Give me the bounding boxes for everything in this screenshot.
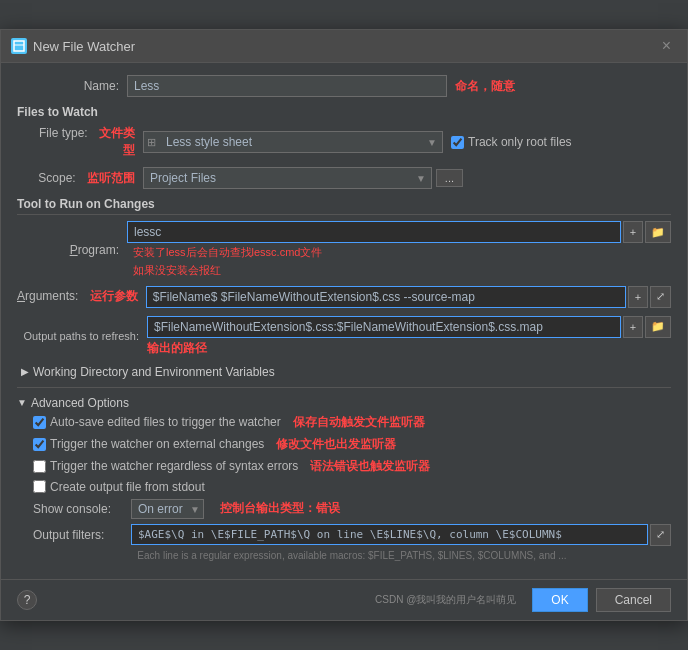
console-label: Show console: [33, 502, 123, 516]
file-type-select[interactable]: Less style sheet JavaScript TypeScript S… [143, 131, 443, 153]
output-paths-input[interactable] [147, 316, 621, 338]
external-label[interactable]: Trigger the watcher on external changes [33, 437, 264, 451]
tool-section-header: Tool to Run on Changes [17, 197, 671, 215]
arguments-input[interactable] [146, 286, 626, 308]
files-to-watch-header: Files to Watch [17, 105, 671, 119]
syntax-checkbox[interactable] [33, 460, 46, 473]
files-to-watch-section: File type: 文件类型 ⊞ Less style sheet JavaS… [17, 125, 671, 189]
autosave-label[interactable]: Auto-save edited files to trigger the wa… [33, 415, 281, 429]
ok-button[interactable]: OK [532, 588, 587, 612]
program-note1: 安装了less后会自动查找lessc.cmd文件 [133, 245, 322, 260]
output-add-button[interactable]: + [623, 316, 643, 338]
program-note2: 如果没安装会报红 [133, 264, 221, 276]
syntax-annotation: 语法错误也触发监听器 [310, 458, 430, 475]
autosave-content: Auto-save edited files to trigger the wa… [33, 414, 425, 431]
scope-label: Scope: 监听范围 [33, 170, 143, 187]
program-col: + 📁 安装了less后会自动查找lessc.cmd文件 如果没安装会报红 [127, 221, 671, 278]
track-root-checkbox[interactable] [451, 136, 464, 149]
filetype-main: ⊞ Less style sheet JavaScript TypeScript… [143, 131, 671, 153]
name-input[interactable] [127, 75, 447, 97]
console-select[interactable]: On error Always Never [131, 499, 204, 519]
track-root-label[interactable]: Track only root files [451, 135, 572, 149]
dialog-title: New File Watcher [33, 39, 135, 54]
program-row: Program: + 📁 安装了less后会自动查找lessc.cmd文件 如果… [17, 221, 671, 278]
autosave-row: Auto-save edited files to trigger the wa… [33, 414, 671, 431]
program-browse-button[interactable]: 📁 [645, 221, 671, 243]
args-annotation: 运行参数 [90, 289, 138, 303]
arguments-label: Arguments: 运行参数 [17, 288, 146, 305]
program-note2-wrap: 如果没安装会报红 [129, 263, 671, 278]
syntax-content: Trigger the watcher regardless of syntax… [33, 458, 430, 475]
output-paths-row: Output paths to refresh: + 📁 输出的路径 [17, 316, 671, 357]
external-text: Trigger the watcher on external changes [50, 437, 264, 451]
file-type-label: File type: 文件类型 [33, 125, 143, 159]
csdn-watermark: CSDN @我叫我的用户名叫萌见 [375, 593, 516, 607]
arguments-add-button[interactable]: + [628, 286, 648, 308]
arguments-input-group: + ⤢ [146, 286, 671, 308]
advanced-arrow: ▼ [17, 397, 27, 408]
file-type-row: File type: 文件类型 ⊞ Less style sheet JavaS… [33, 125, 671, 159]
title-bar: New File Watcher × [1, 30, 687, 63]
external-row: Trigger the watcher on external changes … [33, 436, 671, 453]
output-browse-button[interactable]: 📁 [645, 316, 671, 338]
stdout-label[interactable]: Create output file from stdout [33, 480, 205, 494]
output-filters-input-group: ⤢ [131, 524, 671, 546]
filetype-annotation: 文件类型 [99, 126, 135, 157]
track-root-text: Track only root files [468, 135, 572, 149]
output-paths-input-group: + 📁 [147, 316, 671, 338]
working-dir-header[interactable]: ▶ Working Directory and Environment Vari… [21, 365, 671, 379]
advanced-options-header[interactable]: ▼ Advanced Options [17, 396, 671, 410]
syntax-row: Trigger the watcher regardless of syntax… [33, 458, 671, 475]
title-bar-left: New File Watcher [11, 38, 135, 54]
program-input-group: + 📁 [127, 221, 671, 243]
help-button[interactable]: ? [17, 590, 37, 610]
scope-select-wrapper[interactable]: Project Files Current File Open Files ▼ [143, 167, 432, 189]
output-filter-hint: Each line is a regular expression, avail… [33, 550, 671, 561]
stdout-text: Create output file from stdout [50, 480, 205, 494]
scope-select[interactable]: Project Files Current File Open Files [143, 167, 432, 189]
external-checkbox[interactable] [33, 438, 46, 451]
output-annotation: 输出的路径 [147, 340, 671, 357]
svg-rect-0 [14, 41, 24, 51]
external-annotation: 修改文件也出发监听器 [276, 436, 396, 453]
syntax-text: Trigger the watcher regardless of syntax… [50, 459, 298, 473]
name-annotation: 命名，随意 [455, 78, 515, 95]
arguments-row: Arguments: 运行参数 + ⤢ [17, 286, 671, 308]
scope-annotation: 监听范围 [87, 171, 135, 185]
external-content: Trigger the watcher on external changes … [33, 436, 396, 453]
autosave-annotation: 保存自动触发文件监听器 [293, 414, 425, 431]
advanced-section: Auto-save edited files to trigger the wa… [17, 414, 671, 561]
dialog-icon [11, 38, 27, 54]
program-input[interactable] [127, 221, 621, 243]
name-label: Name: [17, 79, 127, 93]
program-add-button[interactable]: + [623, 221, 643, 243]
show-console-row: Show console: On error Always Never ▼ 控制… [33, 499, 671, 519]
dialog-footer: ? CSDN @我叫我的用户名叫萌见 OK Cancel [1, 579, 687, 620]
console-select-wrapper[interactable]: On error Always Never ▼ [131, 499, 204, 519]
new-file-watcher-dialog: New File Watcher × Name: 命名，随意 Files to … [0, 29, 688, 621]
working-dir-arrow: ▶ [21, 366, 29, 377]
scope-more-button[interactable]: ... [436, 169, 463, 187]
scope-controls: Project Files Current File Open Files ▼ … [143, 167, 463, 189]
output-col: + 📁 输出的路径 [147, 316, 671, 357]
dialog-content: Name: 命名，随意 Files to Watch File type: 文件… [1, 63, 687, 579]
autosave-text: Auto-save edited files to trigger the wa… [50, 415, 281, 429]
program-annotations: 安装了less后会自动查找lessc.cmd文件 [129, 245, 671, 260]
arguments-expand-button[interactable]: ⤢ [650, 286, 671, 308]
scope-row: Scope: 监听范围 Project Files Current File O… [33, 167, 671, 189]
footer-left: ? [17, 590, 367, 610]
output-filters-input[interactable] [131, 524, 648, 545]
stdout-row: Create output file from stdout [33, 480, 671, 494]
cancel-button[interactable]: Cancel [596, 588, 671, 612]
tool-section-content: Program: + 📁 安装了less后会自动查找lessc.cmd文件 如果… [17, 221, 671, 379]
output-filters-label: Output filters: [33, 528, 123, 542]
syntax-label[interactable]: Trigger the watcher regardless of syntax… [33, 459, 298, 473]
filetype-select-wrapper[interactable]: ⊞ Less style sheet JavaScript TypeScript… [143, 131, 443, 153]
divider-1 [17, 387, 671, 388]
output-filter-expand-button[interactable]: ⤢ [650, 524, 671, 546]
stdout-checkbox[interactable] [33, 480, 46, 493]
name-row: Name: 命名，随意 [17, 75, 671, 97]
close-button[interactable]: × [656, 36, 677, 56]
autosave-checkbox[interactable] [33, 416, 46, 429]
working-dir-label: Working Directory and Environment Variab… [33, 365, 275, 379]
